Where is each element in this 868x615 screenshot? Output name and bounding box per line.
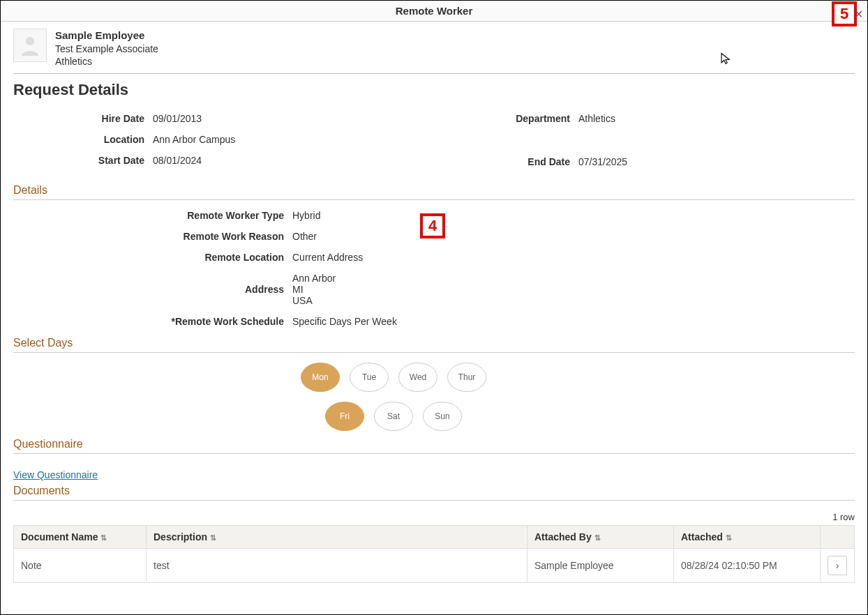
day-sat[interactable]: Sat — [374, 402, 413, 431]
remote-location-value: Current Address — [292, 252, 363, 263]
sort-icon: ⇅ — [594, 533, 601, 542]
hire-date-label: Hire Date — [13, 113, 153, 124]
department-label: Department — [439, 113, 578, 124]
cell-description: test — [147, 548, 527, 582]
employee-name: Sample Employee — [55, 29, 158, 43]
address-label: Address — [13, 284, 292, 295]
annotation-box-4: 4 — [420, 213, 445, 238]
day-fri[interactable]: Fri — [325, 402, 364, 431]
work-reason-value: Other — [292, 231, 317, 242]
cell-attached-by: Sample Employee — [527, 548, 674, 582]
start-date-label: Start Date — [13, 155, 153, 166]
documents-section-heading: Documents — [13, 485, 855, 501]
location-value: Ann Arbor Campus — [153, 134, 425, 145]
page-header-title: Remote Worker — [396, 5, 473, 17]
day-tue[interactable]: Tue — [350, 363, 389, 392]
row-expand-button[interactable]: › — [828, 556, 847, 575]
employee-dept: Athletics — [55, 55, 158, 68]
documents-table: Document Name⇅ Description⇅ Attached By⇅… — [13, 525, 855, 583]
hire-date-value: 09/01/2013 — [153, 113, 425, 124]
col-doc-name[interactable]: Document Name⇅ — [14, 525, 147, 548]
remote-location-label: Remote Location — [13, 252, 292, 263]
day-sun[interactable]: Sun — [423, 402, 462, 431]
worker-type-value: Hybrid — [292, 210, 320, 221]
view-questionnaire-link[interactable]: View Questionnaire — [13, 469, 98, 480]
page-header: Remote Worker ✕ — [1, 1, 867, 22]
work-reason-label: Remote Work Reason — [13, 231, 292, 242]
person-icon — [17, 33, 43, 58]
details-section-heading: Details — [13, 184, 855, 200]
start-date-value: 08/01/2024 — [153, 155, 425, 166]
sort-icon: ⇅ — [726, 533, 732, 542]
questionnaire-section-heading: Questionnaire — [13, 438, 855, 454]
cell-attached: 08/28/24 02:10:50 PM — [674, 548, 821, 582]
department-value: Athletics — [578, 113, 855, 124]
avatar — [13, 29, 47, 62]
day-wed[interactable]: Wed — [398, 363, 437, 392]
sort-icon: ⇅ — [100, 533, 107, 542]
employee-title: Test Example Associate — [55, 43, 158, 55]
location-label: Location — [13, 134, 153, 145]
cell-doc-name: Note — [14, 548, 147, 582]
col-attached[interactable]: Attached⇅ — [674, 525, 821, 548]
col-attached-by[interactable]: Attached By⇅ — [527, 525, 674, 548]
end-date-value: 07/31/2025 — [578, 156, 855, 167]
select-days-section-heading: Select Days — [13, 337, 855, 353]
day-mon[interactable]: Mon — [301, 363, 340, 392]
chevron-right-icon: › — [836, 560, 839, 571]
schedule-value: Specific Days Per Week — [292, 316, 397, 327]
documents-row-count: 1 row — [13, 512, 855, 522]
svg-point-0 — [26, 37, 34, 45]
cursor-icon — [719, 52, 732, 65]
schedule-label: *Remote Work Schedule — [13, 316, 292, 327]
address-value: Ann Arbor MI USA — [292, 273, 336, 306]
day-thur[interactable]: Thur — [447, 363, 486, 392]
annotation-box-5: 5 — [832, 1, 857, 26]
page-title: Request Details — [13, 81, 855, 99]
sort-icon: ⇅ — [210, 533, 216, 542]
worker-type-label: Remote Worker Type — [13, 210, 292, 221]
table-row: Note test Sample Employee 08/28/24 02:10… — [14, 548, 855, 582]
col-description[interactable]: Description⇅ — [147, 525, 527, 548]
end-date-label: End Date — [439, 156, 578, 167]
